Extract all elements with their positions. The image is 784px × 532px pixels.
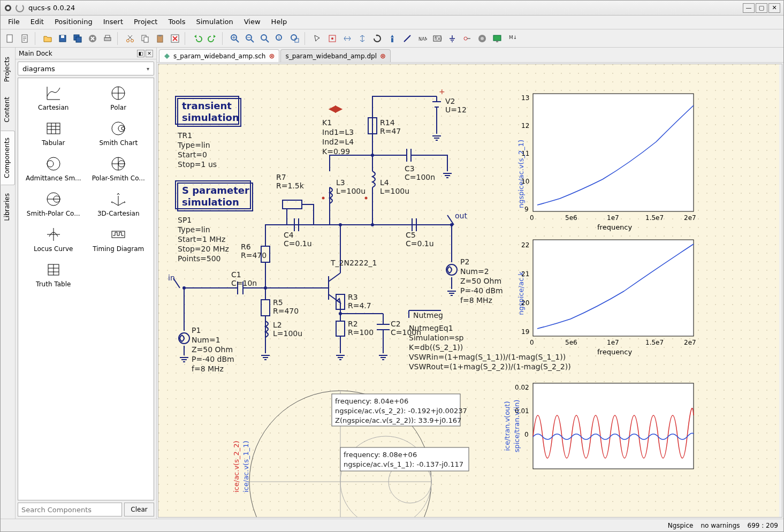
svg-text:12: 12 bbox=[521, 122, 529, 130]
clear-button[interactable]: Clear bbox=[124, 503, 154, 516]
deactivate-icon[interactable] bbox=[386, 32, 399, 45]
comp-cartesian[interactable]: Cartesian bbox=[21, 81, 86, 115]
zoom-in-icon[interactable] bbox=[229, 32, 241, 45]
zoom-out-icon[interactable] bbox=[243, 32, 256, 45]
svg-text:L4: L4 bbox=[380, 178, 389, 187]
redo-icon[interactable] bbox=[206, 32, 219, 45]
svg-text:ngspice/ac.k: ngspice/ac.k bbox=[517, 271, 525, 315]
svg-text:22: 22 bbox=[521, 241, 529, 249]
svg-text:ngspice/ac.v(s_2_2): -0.192+j0: ngspice/ac.v(s_2_2): -0.192+j0.00237 bbox=[335, 407, 467, 415]
dock-close-icon[interactable]: ✕ bbox=[146, 50, 153, 57]
svg-text:Stop=20 MHz: Stop=20 MHz bbox=[178, 245, 229, 253]
svg-point-12 bbox=[131, 39, 134, 42]
plot-s21[interactable]: ngspice/ac.v(s_2_1) 13 12 11 10 9 0 5e6 … bbox=[517, 94, 696, 231]
undo-icon[interactable] bbox=[191, 32, 204, 45]
tab-schematic[interactable]: s_param_wideband_amp.sch ⊗ bbox=[159, 49, 279, 62]
menu-positioning[interactable]: Positioning bbox=[49, 16, 98, 29]
tab-close-icon[interactable]: ⊗ bbox=[269, 52, 275, 60]
status-warnings: no warnings bbox=[701, 522, 740, 529]
save-icon[interactable] bbox=[56, 32, 69, 45]
zoom-100-icon[interactable]: 1 bbox=[273, 32, 286, 45]
schematic-canvas[interactable]: transient simulation TR1 Type=lin Start=… bbox=[158, 64, 782, 517]
copy-icon[interactable] bbox=[139, 32, 151, 45]
menubar: File Edit Positioning Insert Project Too… bbox=[1, 16, 783, 29]
tab-display[interactable]: s_param_wideband_amp.dpl ⊗ bbox=[280, 49, 391, 62]
comp-locus-curve[interactable]: Locus Curve bbox=[21, 223, 86, 256]
rotate-icon[interactable] bbox=[371, 32, 384, 45]
vtab-components[interactable]: Components bbox=[1, 131, 15, 185]
comp-3d-cartesian[interactable]: 3D-Cartesian bbox=[87, 187, 151, 221]
delete-icon[interactable] bbox=[169, 32, 181, 45]
svg-point-98 bbox=[339, 223, 342, 226]
comp-timing-diagram[interactable]: Timing Diagram bbox=[87, 223, 151, 256]
marker-icon[interactable] bbox=[326, 32, 339, 45]
vtab-projects[interactable]: Projects bbox=[1, 50, 15, 89]
svg-point-31 bbox=[464, 37, 467, 40]
svg-text:Z(ngspice/ac.v(s_2_2)): 33.9+j: Z(ngspice/ac.v(s_2_2)): 33.9+j0.167 bbox=[335, 416, 461, 424]
svg-text:L=100u: L=100u bbox=[273, 329, 302, 338]
category-combo[interactable]: diagrams▾ bbox=[18, 62, 154, 75]
svg-text:simulation: simulation bbox=[182, 196, 239, 208]
select-icon[interactable] bbox=[311, 32, 324, 45]
vtab-content[interactable]: Content bbox=[1, 90, 15, 130]
comp-truth-table[interactable]: Truth Table bbox=[21, 258, 86, 291]
save-all-icon[interactable] bbox=[71, 32, 84, 45]
new-file-icon[interactable] bbox=[4, 32, 17, 45]
svg-text:ngspice/ac.v(s_1_1): -0.137-j0: ngspice/ac.v(s_1_1): -0.137-j0.117 bbox=[344, 460, 463, 468]
menu-edit[interactable]: Edit bbox=[25, 16, 49, 29]
svg-text:Stop=1 us: Stop=1 us bbox=[178, 160, 217, 169]
new-text-icon[interactable] bbox=[19, 32, 32, 45]
svg-text:L2: L2 bbox=[273, 321, 282, 329]
dock-float-icon[interactable]: ◧ bbox=[137, 50, 144, 57]
search-input[interactable] bbox=[18, 503, 122, 516]
svg-text:R=1.5k: R=1.5k bbox=[276, 181, 305, 190]
vtab-libraries[interactable]: Libraries bbox=[1, 186, 15, 228]
marker-1[interactable]: frequency: 8.04e+06 ngspice/ac.v(s_2_2):… bbox=[332, 394, 467, 426]
insert-wire-icon[interactable] bbox=[401, 32, 414, 45]
ground-icon[interactable] bbox=[446, 32, 459, 45]
svg-point-104 bbox=[322, 197, 325, 200]
comp-polar[interactable]: Polar bbox=[87, 81, 151, 115]
svg-text:20: 20 bbox=[521, 299, 529, 307]
svg-text:C2: C2 bbox=[391, 320, 401, 328]
mirror-v-icon[interactable] bbox=[356, 32, 369, 45]
comp-tabular[interactable]: Tabular bbox=[21, 117, 86, 150]
print-icon[interactable] bbox=[101, 32, 114, 45]
tab-close-icon[interactable]: ⊗ bbox=[380, 52, 386, 60]
close-file-icon[interactable] bbox=[86, 32, 99, 45]
cut-icon[interactable] bbox=[124, 32, 136, 45]
port-icon[interactable] bbox=[461, 32, 474, 45]
window-title: qucs-s 0.0.24 bbox=[28, 4, 743, 12]
menu-tools[interactable]: Tools bbox=[163, 16, 191, 29]
paste-icon[interactable] bbox=[154, 32, 166, 45]
svg-text:S parameter: S parameter bbox=[182, 185, 249, 196]
svg-text:U=12: U=12 bbox=[445, 105, 467, 114]
menu-simulation[interactable]: Simulation bbox=[191, 16, 239, 29]
close-button[interactable]: ✕ bbox=[768, 3, 780, 13]
comp-polar-smith[interactable]: Polar-Smith Co... bbox=[87, 152, 151, 185]
comp-smith[interactable]: Smith Chart bbox=[87, 117, 151, 150]
equation-icon[interactable]: f(x) bbox=[431, 32, 444, 45]
menu-project[interactable]: Project bbox=[128, 16, 163, 29]
marker-2[interactable]: frequency: 8.08e+06 ngspice/ac.v(s_1_1):… bbox=[340, 447, 469, 471]
svg-text:Ind2=L4: Ind2=L4 bbox=[322, 138, 354, 146]
menu-file[interactable]: File bbox=[3, 16, 25, 29]
wire-label-icon[interactable]: NAME bbox=[416, 32, 429, 45]
menu-insert[interactable]: Insert bbox=[98, 16, 128, 29]
display-icon[interactable] bbox=[491, 32, 504, 45]
simulate-icon[interactable] bbox=[476, 32, 489, 45]
zoom-fit-icon[interactable] bbox=[258, 32, 271, 45]
comp-admittance-smith[interactable]: Admittance Sm... bbox=[21, 152, 86, 185]
minimize-button[interactable]: — bbox=[743, 3, 755, 13]
svg-text:K=db((S_2_1)): K=db((S_2_1)) bbox=[409, 343, 463, 352]
mirror-h-icon[interactable] bbox=[341, 32, 354, 45]
menu-view[interactable]: View bbox=[239, 16, 266, 29]
maximize-button[interactable]: ▢ bbox=[756, 3, 767, 13]
zoom-area-icon[interactable] bbox=[288, 32, 301, 45]
comp-smith-polar[interactable]: Smith-Polar Co... bbox=[21, 187, 86, 221]
tune-icon[interactable]: M↓ bbox=[506, 32, 519, 45]
menu-help[interactable]: Help bbox=[266, 16, 293, 29]
svg-text:0.02: 0.02 bbox=[515, 384, 529, 391]
svg-rect-140 bbox=[533, 94, 694, 211]
open-icon[interactable] bbox=[41, 32, 54, 45]
